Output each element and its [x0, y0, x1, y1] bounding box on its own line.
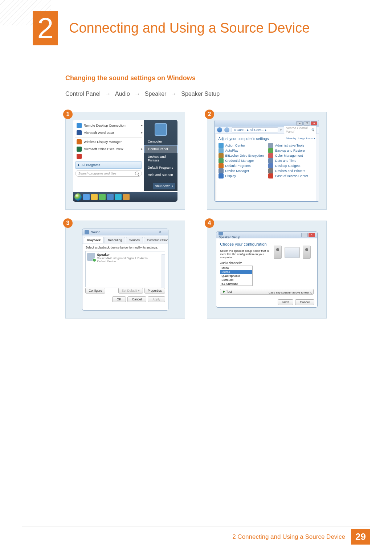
cp-item-color[interactable]: Color Management — [268, 153, 315, 158]
minimize-button[interactable]: – — [296, 121, 303, 126]
taskbar-folder-icon[interactable] — [123, 194, 130, 200]
channel-option[interactable]: Surround — [220, 278, 252, 282]
chapter-header: 2 Connecting and Using a Source Device — [0, 0, 392, 45]
step-badge-1: 1 — [63, 110, 73, 119]
set-default-button[interactable]: Set Default ▾ — [118, 288, 143, 294]
right-pane-item[interactable]: Devices and Printers — [144, 153, 177, 164]
cp-item-default-programs[interactable]: Default Programs — [219, 163, 265, 168]
navigation-path: Control Panel → Audio → Speaker → Speake… — [65, 91, 327, 97]
cp-item-admin-tools[interactable]: Administrative Tools — [268, 143, 315, 148]
next-button[interactable]: Next — [278, 299, 293, 305]
cancel-button[interactable]: Cancel — [295, 299, 314, 305]
left-speaker-icon[interactable] — [274, 246, 282, 259]
all-programs-button[interactable]: All Programs — [75, 161, 142, 169]
right-speaker-icon[interactable] — [303, 246, 311, 259]
apply-button[interactable]: Apply — [148, 296, 165, 302]
taskbar-ie-icon[interactable] — [107, 194, 114, 200]
cp-item-action-center[interactable]: Action Center — [219, 143, 265, 148]
properties-button[interactable]: Properties — [144, 288, 165, 294]
dialog-body: Choose your configuration Select the spe… — [216, 238, 317, 307]
chevron-right-icon — [172, 185, 173, 187]
device-item[interactable]: Speaker SoundMAX Integrated Digital HD A… — [87, 253, 163, 263]
close-button[interactable]: × — [159, 230, 166, 234]
channel-option-selected[interactable]: Stereo — [220, 270, 252, 274]
path-segment: Speaker — [145, 91, 167, 97]
channel-option[interactable]: 5.1 Surround — [220, 282, 252, 286]
cp-item-display[interactable]: Display — [219, 173, 265, 178]
tab-communications[interactable]: Communications — [144, 237, 168, 243]
description-text: Select a playback device below to modify… — [85, 246, 165, 249]
start-menu-item[interactable]: Microsoft Word 2010 ▸ — [75, 129, 142, 136]
breadcrumb[interactable]: « Cont... ▸ All Cont... ▸ — [232, 127, 278, 132]
tab-playback[interactable]: Playback — [84, 237, 104, 243]
close-button[interactable]: × — [309, 233, 315, 237]
step-3: 3 Sound × Playback — [65, 221, 185, 319]
test-label: Test — [226, 290, 232, 294]
channels-listbox[interactable]: Mono Stereo Quadraphonic Surround 5.1 Su… — [220, 266, 253, 286]
cp-item-device-manager[interactable]: Device Manager — [219, 168, 265, 173]
cp-item-date-time[interactable]: Date and Time — [268, 158, 315, 163]
cp-item-backup[interactable]: Backup and Restore — [268, 148, 315, 153]
start-orb-icon[interactable] — [74, 193, 82, 201]
ok-button[interactable]: OK — [112, 296, 126, 302]
configure-button[interactable]: Configure — [85, 288, 105, 294]
monitor-icon — [285, 247, 300, 258]
scrollbar[interactable] — [316, 134, 319, 202]
start-menu-label — [84, 155, 85, 158]
start-menu-item[interactable]: Remote Desktop Connection ▸ — [75, 122, 142, 129]
close-button[interactable]: × — [311, 121, 317, 126]
tab-sounds[interactable]: Sounds — [126, 237, 143, 243]
search-input[interactable]: Search programs and files — [75, 170, 142, 177]
step-badge-4: 4 — [205, 218, 214, 228]
safe-icon — [219, 158, 224, 163]
start-menu-right-pane: Computer Control Panel Devices and Print… — [144, 120, 177, 191]
search-input[interactable]: Search Control Panel 🔍 — [284, 126, 317, 134]
right-pane-item-control-panel[interactable]: Control Panel — [144, 145, 177, 153]
cancel-button[interactable]: Cancel — [127, 296, 146, 302]
tab-recording[interactable]: Recording — [105, 237, 125, 243]
start-menu-item[interactable]: Wireless Display Manager — [75, 138, 142, 145]
backup-icon — [268, 148, 273, 153]
button-row: Configure Set Default ▾ Properties — [85, 288, 165, 294]
view-by-label[interactable]: View by: Large icons ▾ — [286, 137, 315, 141]
cp-item-autoplay[interactable]: AutoPlay — [219, 148, 265, 153]
back-button[interactable] — [217, 127, 222, 132]
ease-icon — [268, 173, 273, 178]
shutdown-button[interactable]: Shut down — [153, 183, 176, 189]
right-pane-item[interactable]: Computer — [144, 138, 177, 145]
start-menu-label: Wireless Display Manager — [84, 140, 122, 144]
taskbar-app-icon[interactable] — [99, 194, 106, 200]
arrow-icon: → — [134, 91, 140, 97]
start-menu-item[interactable] — [75, 153, 142, 160]
minimize-button[interactable] — [152, 230, 159, 234]
chapter-title: Connecting and Using a Source Device — [69, 20, 310, 36]
taskbar-explorer-icon[interactable] — [91, 194, 98, 200]
word-icon — [77, 130, 82, 135]
minimize-button[interactable] — [301, 233, 308, 237]
taskbar-wmp-icon[interactable] — [115, 194, 122, 200]
channel-option[interactable]: Mono — [220, 266, 252, 270]
cp-item-gadgets[interactable]: Desktop Gadgets — [268, 163, 315, 168]
maximize-button[interactable]: □ — [303, 121, 310, 126]
window-titlebar: Sound × — [82, 229, 168, 235]
start-menu-label: Microsoft Office Excel 2007 — [84, 147, 123, 151]
forward-button[interactable] — [224, 127, 229, 132]
right-pane-item[interactable]: Default Programs — [144, 164, 177, 171]
cp-item-ease-of-access[interactable]: Ease of Access Center — [268, 173, 315, 178]
start-menu-item[interactable]: Microsoft Office Excel 2007 ▸ — [75, 145, 142, 153]
right-pane-item[interactable]: Help and Support — [144, 171, 177, 178]
channel-option[interactable]: Quadraphonic — [220, 274, 252, 278]
cp-item-devices-printers[interactable]: Devices and Printers — [268, 168, 315, 173]
screenshot-frame: Remote Desktop Connection ▸ Microsoft Wo… — [65, 112, 185, 210]
address-bar: « Cont... ▸ All Cont... ▸ ▾ Search Contr… — [215, 127, 319, 134]
cp-item-bitlocker[interactable]: BitLocker Drive Encryption — [219, 153, 265, 158]
control-panel-window: – □ × « Cont... ▸ All Cont... ▸ ▾ Search… — [215, 120, 319, 202]
start-menu-label: Remote Desktop Connection — [84, 124, 126, 127]
speaker-illustration — [272, 246, 312, 275]
user-avatar — [155, 123, 167, 136]
scrollbar[interactable] — [162, 254, 165, 291]
step-1: 1 Remote Desktop Connection ▸ Microsoft … — [65, 112, 185, 210]
device-list[interactable]: Speaker SoundMAX Integrated Digital HD A… — [85, 251, 165, 287]
cp-item-credential[interactable]: Credential Manager — [219, 158, 265, 163]
taskbar-ie-icon[interactable] — [83, 194, 90, 200]
